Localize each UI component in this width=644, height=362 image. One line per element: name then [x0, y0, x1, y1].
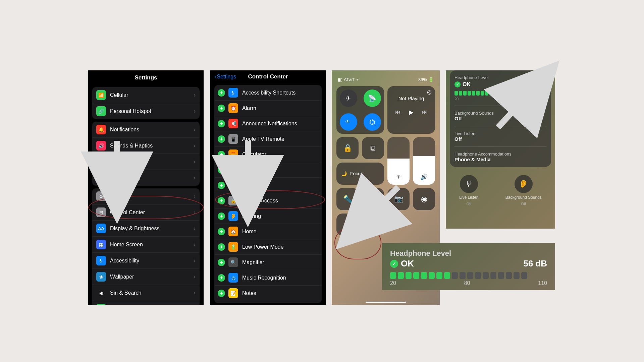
row-label: Home Screen: [110, 242, 194, 248]
play-icon[interactable]: ▶: [409, 109, 414, 116]
row-icon: ♿︎: [96, 256, 106, 265]
settings-row[interactable]: ◉Siri & Search›: [92, 285, 200, 301]
add-button[interactable]: +: [218, 166, 225, 174]
control-center-add-row: +🏠Home: [214, 224, 322, 239]
add-button[interactable]: +: [218, 290, 225, 297]
home-indicator-icon[interactable]: [366, 302, 406, 303]
add-button[interactable]: +: [218, 274, 225, 282]
status-ok-label: OK: [463, 81, 471, 87]
brightness-slider[interactable]: ☀︎: [387, 137, 410, 185]
focus-label: Focus: [350, 171, 363, 176]
settings-row[interactable]: ▦Home Screen›: [92, 237, 200, 253]
add-button[interactable]: +: [218, 213, 225, 220]
volume-icon: 🔊: [420, 173, 428, 181]
row-icon: 🔔: [96, 125, 106, 134]
add-button[interactable]: +: [218, 135, 225, 143]
add-button[interactable]: +: [218, 243, 225, 251]
control-center-add-row: +👂Hearing: [214, 208, 322, 224]
add-button[interactable]: +: [218, 197, 225, 204]
settings-row[interactable]: ☻Face ID & Passcode›: [92, 301, 200, 305]
airplay-icon[interactable]: ◎: [427, 89, 432, 95]
row-label: Calculator: [242, 152, 318, 158]
row-label: Announce Notifications: [242, 121, 318, 127]
signal-icon: ▮▯: [338, 77, 342, 82]
screen-mirroring-button[interactable]: ⧉: [362, 137, 384, 159]
bluetooth-button[interactable]: ⌬: [364, 113, 381, 131]
control-center-add-row: +⌑Code Scanner: [214, 162, 322, 178]
settings-row[interactable]: 🔔Notifications›: [92, 122, 200, 138]
row-icon: 👂: [228, 211, 238, 221]
scale-high: 110: [538, 280, 547, 286]
add-button[interactable]: +: [218, 89, 225, 97]
wifi-button[interactable]: ᯤ: [340, 113, 357, 131]
control-center-add-row: +📢Announce Notifications: [214, 116, 322, 131]
settings-row[interactable]: 📶Cellular›: [92, 87, 200, 103]
settings-row[interactable]: ⚙General›: [92, 188, 200, 204]
row-icon: 🔋: [228, 242, 238, 252]
settings-row[interactable]: ⊟Control Center›: [92, 204, 200, 221]
rewind-icon[interactable]: ⏮: [395, 109, 401, 116]
row-icon: ☻: [96, 304, 106, 305]
forward-icon[interactable]: ⏭: [422, 109, 428, 116]
settings-row[interactable]: ♿︎Accessibility›: [92, 253, 200, 269]
row-icon: 🏠: [228, 227, 238, 236]
control-center-add-row: +🔒Guided Access: [214, 193, 322, 208]
row-icon: ♿︎: [228, 88, 238, 98]
row-label: Screen Time: [110, 175, 194, 181]
level-meter: [454, 91, 546, 96]
row-label: Control Center: [110, 209, 194, 216]
row-icon: ⏳: [96, 173, 106, 183]
row-label: Wallpaper: [110, 274, 194, 280]
camera-button[interactable]: 📷: [387, 188, 410, 210]
accommodations-value: Phone & Media: [454, 157, 546, 162]
settings-row[interactable]: 🔊Sounds & Haptics›: [92, 138, 200, 154]
hearing-button[interactable]: 👂: [336, 214, 359, 236]
row-label: Code Scanner: [242, 167, 318, 173]
row-icon: 🔊: [96, 141, 106, 150]
control-center-add-row: +♿︎Accessibility Shortcuts: [214, 85, 322, 101]
add-button[interactable]: +: [218, 120, 225, 127]
row-label: Personal Hotspot: [110, 108, 194, 114]
status-ok-label: OK: [401, 258, 414, 269]
chevron-right-icon: ›: [194, 289, 196, 296]
row-label: Guided Access: [242, 198, 318, 204]
add-button[interactable]: +: [218, 182, 225, 189]
background-sounds-toggle[interactable]: 👂 Background Sounds Off: [505, 175, 542, 206]
row-icon: ◐: [228, 180, 238, 190]
settings-row[interactable]: ❀Wallpaper›: [92, 269, 200, 285]
timer-button[interactable]: ⏱: [362, 188, 384, 210]
control-center-add-row: +🔍Magnifier: [214, 255, 322, 270]
settings-row[interactable]: AADisplay & Brightness›: [92, 221, 200, 237]
screen-record-button[interactable]: ◉: [413, 188, 435, 210]
rotation-lock-button[interactable]: 🔒: [336, 137, 359, 159]
add-button[interactable]: +: [218, 228, 225, 235]
battery-icon: 🔋: [428, 77, 434, 82]
add-button[interactable]: +: [218, 259, 225, 266]
level-meter: [390, 272, 547, 279]
chevron-right-icon: ›: [194, 209, 196, 216]
add-button[interactable]: +: [218, 105, 225, 112]
row-label: Notes: [242, 290, 318, 296]
page-title: Settings: [88, 70, 204, 84]
mic-icon: 🎙: [460, 175, 478, 193]
background-sounds-label: Background Sounds: [454, 111, 546, 116]
volume-slider[interactable]: 🔊: [413, 137, 435, 185]
not-playing-label: Not Playing: [391, 96, 432, 101]
accommodations-label: Headphone Accommodations: [454, 152, 546, 157]
flashlight-button[interactable]: 🔦: [336, 188, 359, 210]
chevron-left-icon: ‹: [214, 74, 216, 80]
focus-button[interactable]: 🌙Focus: [336, 163, 384, 185]
airplane-mode-button[interactable]: ✈︎: [340, 89, 357, 107]
headphone-level-label: Headphone Level: [454, 75, 546, 80]
chevron-right-icon: ›: [194, 174, 196, 181]
add-button[interactable]: +: [218, 151, 225, 158]
cellular-button[interactable]: 📡: [364, 89, 381, 107]
live-listen-toggle[interactable]: 🎙 Live Listen Off: [459, 175, 478, 206]
settings-row[interactable]: 🔗Personal Hotspot›: [92, 103, 200, 119]
media-module[interactable]: ◎ Not Playing ⏮ ▶ ⏭: [387, 86, 435, 134]
back-button[interactable]: ‹ Settings: [214, 74, 236, 80]
row-label: Magnifier: [242, 259, 318, 265]
settings-row[interactable]: 🌙Focus›: [92, 154, 200, 170]
ok-checkmark-icon: ✓: [390, 260, 398, 268]
settings-row[interactable]: ⏳Screen Time›: [92, 170, 200, 186]
